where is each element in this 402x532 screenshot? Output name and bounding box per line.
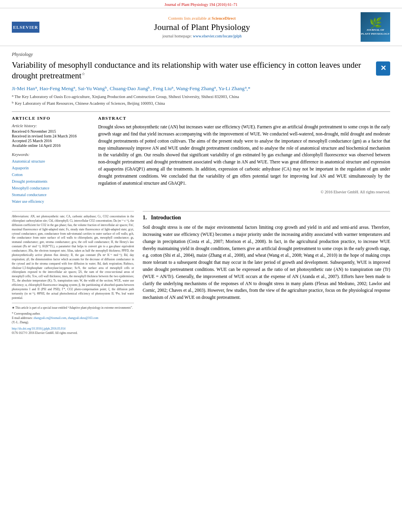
received-revised-date: Received in revised form 24 March 2016: [12, 134, 89, 138]
elsevier-logo-area: ELSEVIER: [8, 22, 43, 33]
fn-email-names: (Y.-L. Zhang).: [12, 320, 134, 324]
fn-corresponding: * Corresponding author.: [12, 311, 134, 316]
fn-emails: E-mail addresses: zhangyali.cn@foxmail.c…: [12, 316, 134, 320]
fn-issn: 0176-1617/© 2016 Elsevier GmbH. All righ…: [12, 331, 134, 335]
keywords-label: Keywords:: [12, 152, 89, 157]
bottom-section: Abbreviations: AN, net photosynthetic ra…: [12, 211, 390, 335]
section-label: Physiology: [12, 52, 390, 57]
affiliation-a: ᵃ The Key Laboratory of Oasis Eco-agricu…: [12, 94, 390, 100]
keyword-2: Aquaporin: [12, 165, 89, 171]
crossmark-button[interactable]: ✕: [376, 61, 390, 76]
abstract-copyright: © 2016 Elsevier GmbH. All rights reserve…: [98, 190, 390, 194]
homepage-link[interactable]: www.elsevier.com/locate/jplph: [193, 34, 242, 38]
footnotes-col: Abbreviations: AN, net photosynthetic ra…: [12, 211, 134, 335]
header: ELSEVIER Contents lists available at Sci…: [0, 8, 402, 46]
history-label: Article history:: [12, 124, 89, 128]
keyword-7: Water use efficiency: [12, 198, 89, 205]
journal-logo-box: 🌿 JOURNAL OF PLANT PHYSIOLOGY: [361, 12, 390, 42]
article-info-col: ARTICLE INFO Article history: Received 6…: [12, 116, 89, 205]
authors-line: Ji-Mei Hanᵃ, Hao-Feng Mengᵃ, Sai-Yu Wang…: [12, 85, 390, 92]
journal-name: Journal of Plant Physiology: [50, 22, 354, 32]
doi-link[interactable]: http://dx.doi.org/10.1016/j.jplph.2016.0…: [12, 327, 65, 330]
title-star: ☆: [82, 72, 85, 76]
keyword-5: Mesophyll conductance: [12, 185, 89, 191]
homepage-line: journal homepage: www.elsevier.com/locat…: [50, 34, 354, 38]
abstract-col: ABSTRACT Drought slows net photosyntheti…: [98, 116, 390, 205]
divider-1: [12, 111, 390, 112]
keyword-6: Stomatal conductance: [12, 191, 89, 198]
introduction-col: 1. Introduction Soil drought stress is o…: [143, 211, 390, 335]
main-content: Physiology Variability of mesophyll cond…: [0, 46, 402, 335]
article-info-header: ARTICLE INFO: [12, 116, 89, 120]
fn-doi: http://dx.doi.org/10.1016/j.jplph.2016.0…: [12, 326, 134, 331]
email-link-2[interactable]: zhangyali.shzu@163.com: [68, 316, 99, 320]
article-title-area: Variability of mesophyll conductance and…: [12, 60, 390, 82]
email-link-1[interactable]: zhangyali.cn@foxmail.com: [34, 316, 66, 320]
available-date: Available online 14 April 2016: [12, 143, 89, 148]
crossmark-icon: ✕: [380, 64, 386, 73]
received-date: Received 6 November 2015: [12, 129, 89, 133]
sciencedirect-line: Contents lists available at ScienceDirec…: [50, 16, 354, 20]
abstract-text: Drought slows net photosynthetic rate (A…: [98, 124, 390, 187]
article-title-text: Variability of mesophyll conductance and…: [12, 60, 370, 82]
journal-citation: Journal of Plant Physiology 194 (2016) 6…: [165, 2, 238, 7]
authors: Ji-Mei Hanᵃ, Hao-Feng Mengᵃ, Sai-Yu Wang…: [12, 85, 250, 91]
intro-text: Soil drought stress is one of the major …: [143, 224, 390, 301]
sciencedirect-label: ScienceDirect: [212, 16, 236, 20]
affiliation-b: ᵇ Key Laboratory of Plant Resources, Chi…: [12, 100, 390, 107]
fn-divider: [12, 303, 134, 303]
keyword-1: Anatomical structure: [12, 158, 89, 165]
abbreviations-text: Abbreviations: AN, net photosynthetic ra…: [12, 215, 134, 300]
journal-logo-text2: PLANT PHYSIOLOGY: [361, 32, 390, 36]
header-center: Contents lists available at ScienceDirec…: [50, 16, 354, 38]
article-title: Variability of mesophyll conductance and…: [12, 60, 361, 80]
keyword-4: Drought pretreatments: [12, 178, 89, 185]
keyword-3: Cotton: [12, 171, 89, 178]
article-info-abstract: ARTICLE INFO Article history: Received 6…: [12, 116, 390, 205]
elsevier-logo: ELSEVIER: [12, 22, 39, 33]
journal-citation-bar: Journal of Plant Physiology 194 (2016) 6…: [0, 0, 402, 8]
abbrev-label: Abbreviations:: [12, 215, 29, 218]
keywords-list: Anatomical structure Aquaporin Cotton Dr…: [12, 158, 89, 205]
abbrev-body: AN, net photosynthetic rate; CA, carboni…: [12, 215, 134, 300]
journal-logo-text1: JOURNAL OF: [367, 28, 384, 32]
intro-title: 1. Introduction: [143, 215, 390, 221]
affiliations: ᵃ The Key Laboratory of Oasis Eco-agricu…: [12, 94, 390, 107]
fn-star-text: ★ This article is part of a special issu…: [12, 306, 134, 310]
abstract-header: ABSTRACT: [98, 116, 390, 120]
accepted-date: Accepted 25 March 2016: [12, 139, 89, 143]
journal-logo-leaf: 🌿: [369, 18, 382, 28]
